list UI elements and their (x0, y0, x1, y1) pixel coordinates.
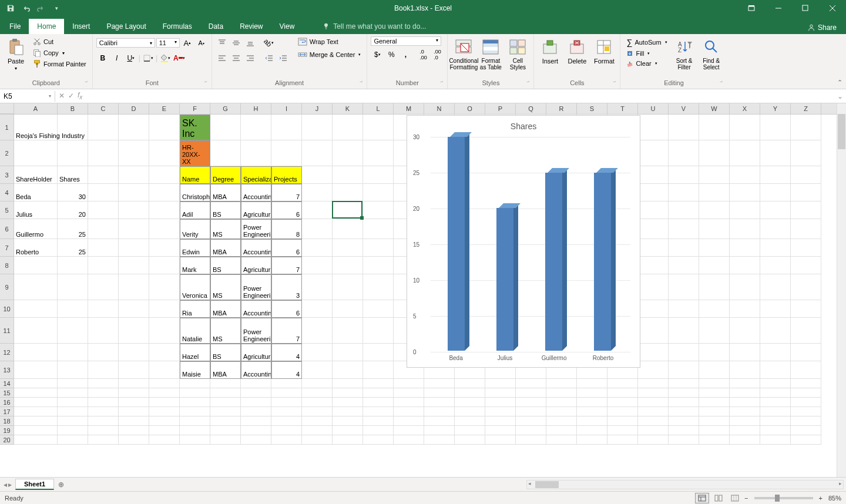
cell-A3[interactable]: ShareHolder (14, 166, 58, 184)
zoom-slider[interactable] (754, 497, 813, 499)
number-format-select[interactable]: General▾ (371, 36, 441, 46)
column-header[interactable]: N (424, 103, 455, 114)
tellme-input[interactable]: Tell me what you want to do... (314, 19, 434, 34)
cell-I13[interactable]: 4 (271, 361, 302, 379)
cell-B3[interactable]: Shares (58, 166, 88, 184)
row-header[interactable]: 13 (0, 361, 14, 379)
align-bottom-icon[interactable] (244, 36, 257, 49)
cell-I8[interactable]: 7 (271, 257, 302, 274)
tab-file[interactable]: File (1, 19, 29, 34)
sheet-nav-next-icon[interactable]: ▸ (8, 481, 12, 489)
decrease-indent-icon[interactable] (263, 52, 276, 65)
row-header[interactable]: 17 (0, 407, 14, 416)
underline-button[interactable]: U▾ (125, 52, 137, 65)
align-right-icon[interactable] (244, 52, 257, 65)
fill-color-button[interactable]: ▾ (159, 52, 172, 65)
paste-button[interactable]: Paste▾ (4, 36, 28, 72)
cell-B5[interactable]: 20 (58, 201, 88, 219)
row-header[interactable]: 1 (0, 115, 14, 140)
decrease-decimal-icon[interactable]: .00.0 (431, 48, 444, 61)
row-header[interactable]: 7 (0, 239, 14, 257)
column-header[interactable]: J (302, 103, 333, 114)
page-layout-view-icon[interactable] (711, 493, 726, 503)
sort-filter-button[interactable]: AZSort & Filter (672, 36, 697, 72)
column-header[interactable]: O (455, 103, 485, 114)
column-header[interactable]: T (607, 103, 638, 114)
row-header[interactable]: 4 (0, 184, 14, 201)
tab-review[interactable]: Review (231, 19, 271, 34)
format-as-table-button[interactable]: Format as Table (478, 36, 503, 72)
vertical-scrollbar[interactable] (837, 103, 846, 477)
cell-I3[interactable]: Projects (271, 166, 302, 184)
row-header[interactable]: 15 (0, 388, 14, 398)
cell-G7[interactable]: MBA (210, 239, 241, 257)
cell-A7[interactable]: Roberto (14, 239, 58, 257)
cell-F5[interactable]: Adil (180, 201, 210, 219)
cell-A1[interactable]: Reoja's Fishing Industry (14, 115, 119, 140)
row-header[interactable]: 20 (0, 435, 14, 445)
currency-icon[interactable]: $▾ (371, 48, 384, 61)
cell-H8[interactable]: Agriculture (241, 257, 271, 274)
column-header[interactable]: R (546, 103, 577, 114)
cell-H4[interactable]: Accounting (241, 184, 271, 201)
cell-F8[interactable]: Mark (180, 257, 210, 274)
select-all-corner[interactable] (0, 103, 14, 114)
fx-icon[interactable]: fx (78, 91, 82, 100)
cell-F12[interactable]: Hazel (180, 344, 210, 361)
shrink-font-icon[interactable]: A▾ (195, 36, 208, 49)
column-header[interactable]: D (119, 103, 149, 114)
undo-icon[interactable] (19, 1, 33, 15)
column-header[interactable]: P (485, 103, 516, 114)
cell-H11[interactable]: Power Engineering (241, 318, 271, 344)
tab-view[interactable]: View (271, 19, 303, 34)
italic-button[interactable]: I (110, 52, 123, 65)
column-header[interactable]: K (333, 103, 363, 114)
cell-styles-button[interactable]: Cell Styles (505, 36, 530, 72)
cell-A4[interactable]: Beda (14, 184, 58, 201)
tab-insert[interactable]: Insert (64, 19, 98, 34)
column-header[interactable]: A (14, 103, 58, 114)
name-box[interactable]: K5▾ (0, 91, 55, 102)
column-header[interactable]: V (669, 103, 699, 114)
cell-I6[interactable]: 8 (271, 219, 302, 239)
cell-I4[interactable]: 7 (271, 184, 302, 201)
align-middle-icon[interactable] (230, 36, 243, 49)
save-icon[interactable] (4, 1, 18, 15)
cell-B4[interactable]: 30 (58, 184, 88, 201)
column-header[interactable]: B (58, 103, 88, 114)
minimize-icon[interactable] (765, 0, 792, 16)
sheet-nav-prev-icon[interactable]: ◂ (4, 481, 7, 489)
autosum-button[interactable]: ∑AutoSum▾ (624, 36, 669, 48)
column-header[interactable]: F (180, 103, 210, 114)
cell-G6[interactable]: MS (210, 219, 241, 239)
horizontal-scrollbar[interactable]: ◂ ▸ (526, 480, 844, 489)
cell-G13[interactable]: MBA (210, 361, 241, 379)
column-header[interactable]: L (363, 103, 394, 114)
cell-A6[interactable]: Guillermo (14, 219, 58, 239)
font-color-button[interactable]: A▾ (173, 52, 186, 65)
wrap-text-button[interactable]: Wrap Text (296, 36, 364, 47)
cell-H10[interactable]: Accounting (241, 300, 271, 318)
borders-button[interactable]: ▾ (142, 52, 155, 65)
cut-button[interactable]: Cut (31, 36, 89, 47)
normal-view-icon[interactable] (695, 493, 709, 503)
close-icon[interactable] (819, 0, 846, 16)
qat-customize-icon[interactable]: ▾ (49, 1, 63, 15)
cell-G12[interactable]: BS (210, 344, 241, 361)
column-header[interactable]: G (210, 103, 241, 114)
collapse-ribbon-icon[interactable]: ⌃ (837, 79, 842, 86)
grow-font-icon[interactable]: A▴ (181, 36, 194, 49)
column-header[interactable]: Z (791, 103, 821, 114)
cell-F3[interactable]: Name (180, 166, 210, 184)
row-header[interactable]: 3 (0, 166, 14, 184)
page-break-view-icon[interactable] (728, 493, 742, 503)
column-header[interactable]: Y (760, 103, 791, 114)
cell-I12[interactable]: 4 (271, 344, 302, 361)
formula-input[interactable] (86, 95, 834, 98)
column-header[interactable]: U (638, 103, 669, 114)
cell-B6[interactable]: 25 (58, 219, 88, 239)
column-header[interactable]: E (149, 103, 180, 114)
ribbon-display-icon[interactable] (738, 0, 765, 16)
format-cells-button[interactable]: Format (592, 36, 616, 66)
row-header[interactable]: 19 (0, 426, 14, 435)
